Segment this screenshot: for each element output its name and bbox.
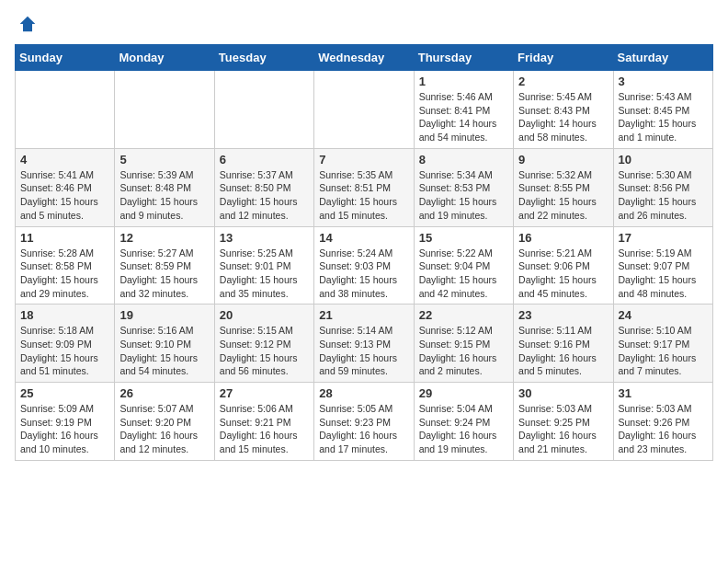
day-info: Sunrise: 5:37 AM Sunset: 8:50 PM Dayligh… xyxy=(220,168,309,223)
day-info: Sunrise: 5:10 AM Sunset: 9:17 PM Dayligh… xyxy=(619,324,708,378)
day-number: 5 xyxy=(119,153,209,167)
day-number: 1 xyxy=(419,75,508,88)
day-info: Sunrise: 5:06 AM Sunset: 9:21 PM Dayligh… xyxy=(220,402,309,456)
calendar-cell: 7Sunrise: 5:35 AM Sunset: 8:51 PM Daylig… xyxy=(314,148,414,226)
calendar-cell: 27Sunrise: 5:06 AM Sunset: 9:21 PM Dayli… xyxy=(214,383,313,461)
day-info: Sunrise: 5:28 AM Sunset: 8:58 PM Dayligh… xyxy=(20,247,109,301)
day-number: 11 xyxy=(20,231,109,245)
day-number: 23 xyxy=(518,308,608,322)
day-number: 3 xyxy=(619,75,708,88)
day-info: Sunrise: 5:15 AM Sunset: 9:12 PM Dayligh… xyxy=(220,324,309,378)
day-number: 2 xyxy=(518,75,608,88)
day-info: Sunrise: 5:09 AM Sunset: 9:19 PM Dayligh… xyxy=(20,402,109,456)
calendar-cell: 2Sunrise: 5:45 AM Sunset: 8:43 PM Daylig… xyxy=(514,71,613,149)
day-number: 31 xyxy=(619,386,708,400)
calendar-cell: 29Sunrise: 5:04 AM Sunset: 9:24 PM Dayli… xyxy=(414,383,513,461)
calendar-week-4: 18Sunrise: 5:18 AM Sunset: 9:09 PM Dayli… xyxy=(16,304,713,383)
calendar-cell: 17Sunrise: 5:19 AM Sunset: 9:07 PM Dayli… xyxy=(613,226,712,304)
calendar-cell: 16Sunrise: 5:21 AM Sunset: 9:06 PM Dayli… xyxy=(514,226,613,304)
day-number: 30 xyxy=(518,386,608,400)
day-number: 29 xyxy=(419,386,508,400)
day-number: 25 xyxy=(20,386,109,400)
day-number: 13 xyxy=(220,231,309,245)
weekday-header-sunday: Sunday xyxy=(16,45,115,71)
calendar-cell: 31Sunrise: 5:03 AM Sunset: 9:26 PM Dayli… xyxy=(613,383,712,461)
calendar-cell: 21Sunrise: 5:14 AM Sunset: 9:13 PM Dayli… xyxy=(314,304,414,383)
day-number: 12 xyxy=(119,231,209,245)
calendar-week-5: 25Sunrise: 5:09 AM Sunset: 9:19 PM Dayli… xyxy=(16,383,713,461)
day-number: 21 xyxy=(319,308,408,322)
day-info: Sunrise: 5:25 AM Sunset: 9:01 PM Dayligh… xyxy=(220,247,309,301)
calendar-cell: 13Sunrise: 5:25 AM Sunset: 9:01 PM Dayli… xyxy=(214,226,313,304)
calendar-cell: 6Sunrise: 5:37 AM Sunset: 8:50 PM Daylig… xyxy=(214,148,313,226)
calendar-cell: 28Sunrise: 5:05 AM Sunset: 9:23 PM Dayli… xyxy=(314,383,414,461)
day-info: Sunrise: 5:07 AM Sunset: 9:20 PM Dayligh… xyxy=(119,402,209,456)
calendar-cell: 9Sunrise: 5:32 AM Sunset: 8:55 PM Daylig… xyxy=(514,148,613,226)
day-info: Sunrise: 5:03 AM Sunset: 9:25 PM Dayligh… xyxy=(518,402,608,456)
calendar-cell: 25Sunrise: 5:09 AM Sunset: 9:19 PM Dayli… xyxy=(16,383,115,461)
day-number: 19 xyxy=(119,308,209,322)
calendar-cell: 19Sunrise: 5:16 AM Sunset: 9:10 PM Dayli… xyxy=(115,304,214,383)
calendar-cell: 18Sunrise: 5:18 AM Sunset: 9:09 PM Dayli… xyxy=(16,304,115,383)
day-info: Sunrise: 5:12 AM Sunset: 9:15 PM Dayligh… xyxy=(419,324,508,378)
calendar-cell: 11Sunrise: 5:28 AM Sunset: 8:58 PM Dayli… xyxy=(16,226,115,304)
logo-icon xyxy=(18,15,37,33)
calendar-cell: 10Sunrise: 5:30 AM Sunset: 8:56 PM Dayli… xyxy=(613,148,712,226)
day-number: 20 xyxy=(220,308,309,322)
day-info: Sunrise: 5:34 AM Sunset: 8:53 PM Dayligh… xyxy=(419,168,508,223)
calendar-cell: 4Sunrise: 5:41 AM Sunset: 8:46 PM Daylig… xyxy=(16,148,115,226)
calendar-cell xyxy=(115,71,214,149)
weekday-header-thursday: Thursday xyxy=(414,45,513,71)
calendar-cell: 26Sunrise: 5:07 AM Sunset: 9:20 PM Dayli… xyxy=(115,383,214,461)
calendar-week-3: 11Sunrise: 5:28 AM Sunset: 8:58 PM Dayli… xyxy=(16,226,713,304)
day-number: 24 xyxy=(619,308,708,322)
calendar-cell: 23Sunrise: 5:11 AM Sunset: 9:16 PM Dayli… xyxy=(514,304,613,383)
day-info: Sunrise: 5:39 AM Sunset: 8:48 PM Dayligh… xyxy=(119,168,209,223)
day-info: Sunrise: 5:19 AM Sunset: 9:07 PM Dayligh… xyxy=(619,247,708,301)
calendar-cell: 22Sunrise: 5:12 AM Sunset: 9:15 PM Dayli… xyxy=(414,304,513,383)
calendar-cell: 30Sunrise: 5:03 AM Sunset: 9:25 PM Dayli… xyxy=(514,383,613,461)
calendar-cell: 3Sunrise: 5:43 AM Sunset: 8:45 PM Daylig… xyxy=(613,71,712,149)
day-info: Sunrise: 5:04 AM Sunset: 9:24 PM Dayligh… xyxy=(419,402,508,456)
day-number: 4 xyxy=(20,153,109,167)
day-info: Sunrise: 5:16 AM Sunset: 9:10 PM Dayligh… xyxy=(119,324,209,378)
calendar-header-row: SundayMondayTuesdayWednesdayThursdayFrid… xyxy=(16,45,713,71)
day-info: Sunrise: 5:43 AM Sunset: 8:45 PM Dayligh… xyxy=(619,90,708,144)
day-number: 17 xyxy=(619,231,708,245)
day-info: Sunrise: 5:41 AM Sunset: 8:46 PM Dayligh… xyxy=(20,168,109,223)
svg-marker-0 xyxy=(20,17,36,32)
day-info: Sunrise: 5:45 AM Sunset: 8:43 PM Dayligh… xyxy=(518,90,608,144)
calendar-cell: 15Sunrise: 5:22 AM Sunset: 9:04 PM Dayli… xyxy=(414,226,513,304)
logo xyxy=(15,15,37,33)
day-info: Sunrise: 5:24 AM Sunset: 9:03 PM Dayligh… xyxy=(319,247,408,301)
day-info: Sunrise: 5:11 AM Sunset: 9:16 PM Dayligh… xyxy=(518,324,608,378)
calendar-cell xyxy=(314,71,414,149)
day-number: 6 xyxy=(220,153,309,167)
calendar-cell: 14Sunrise: 5:24 AM Sunset: 9:03 PM Dayli… xyxy=(314,226,414,304)
calendar-cell: 1Sunrise: 5:46 AM Sunset: 8:41 PM Daylig… xyxy=(414,71,513,149)
calendar-week-1: 1Sunrise: 5:46 AM Sunset: 8:41 PM Daylig… xyxy=(16,71,713,149)
calendar-cell xyxy=(16,71,115,149)
day-info: Sunrise: 5:21 AM Sunset: 9:06 PM Dayligh… xyxy=(518,247,608,301)
day-info: Sunrise: 5:46 AM Sunset: 8:41 PM Dayligh… xyxy=(419,90,508,144)
day-number: 15 xyxy=(419,231,508,245)
day-number: 7 xyxy=(319,153,408,167)
day-info: Sunrise: 5:27 AM Sunset: 8:59 PM Dayligh… xyxy=(119,247,209,301)
day-number: 8 xyxy=(419,153,508,167)
day-info: Sunrise: 5:18 AM Sunset: 9:09 PM Dayligh… xyxy=(20,324,109,378)
day-info: Sunrise: 5:14 AM Sunset: 9:13 PM Dayligh… xyxy=(319,324,408,378)
weekday-header-tuesday: Tuesday xyxy=(214,45,313,71)
day-info: Sunrise: 5:32 AM Sunset: 8:55 PM Dayligh… xyxy=(518,168,608,223)
day-info: Sunrise: 5:05 AM Sunset: 9:23 PM Dayligh… xyxy=(319,402,408,456)
day-number: 28 xyxy=(319,386,408,400)
calendar-cell: 8Sunrise: 5:34 AM Sunset: 8:53 PM Daylig… xyxy=(414,148,513,226)
calendar-cell: 24Sunrise: 5:10 AM Sunset: 9:17 PM Dayli… xyxy=(613,304,712,383)
calendar-table: SundayMondayTuesdayWednesdayThursdayFrid… xyxy=(15,44,713,461)
day-number: 16 xyxy=(518,231,608,245)
day-number: 22 xyxy=(419,308,508,322)
day-number: 26 xyxy=(119,386,209,400)
day-number: 10 xyxy=(619,153,708,167)
calendar-cell: 20Sunrise: 5:15 AM Sunset: 9:12 PM Dayli… xyxy=(214,304,313,383)
day-info: Sunrise: 5:35 AM Sunset: 8:51 PM Dayligh… xyxy=(319,168,408,223)
day-number: 9 xyxy=(518,153,608,167)
